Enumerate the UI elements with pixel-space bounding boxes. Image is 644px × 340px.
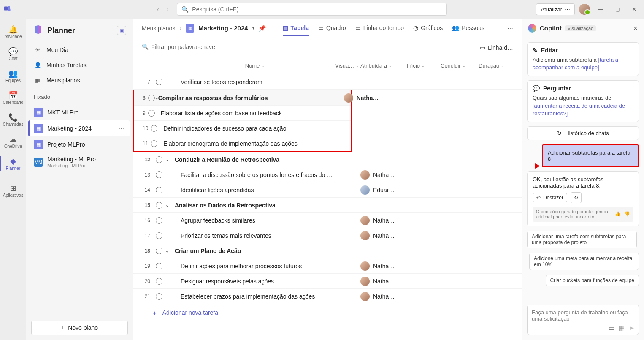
expand-toggle[interactable]: ⌄: [155, 95, 158, 100]
plan-name[interactable]: Marketing - 2024: [198, 24, 248, 32]
rail-item-apps[interactable]: ⊞Aplicativos: [0, 180, 26, 202]
search-input[interactable]: 🔍 Pesquisa (Ctrl+E): [177, 3, 447, 16]
view-tab-people[interactable]: 👥Pessoas: [452, 20, 484, 36]
table-row[interactable]: 16 Agrupar feedbacks similares Natha…: [133, 213, 522, 228]
breadcrumb-root[interactable]: Meus planos: [142, 25, 175, 32]
table-row[interactable]: 15 ⌄ Analisar os Dados da Retrospectiva: [133, 198, 522, 213]
send-icon[interactable]: ➤: [629, 324, 634, 332]
view-tab-board[interactable]: ▭Quadro: [318, 20, 346, 36]
task-checkbox[interactable]: [153, 232, 165, 239]
table-row[interactable]: 8 ⌄ Compilar as respostas dos formulário…: [134, 90, 351, 106]
sidebar-item-myday[interactable]: ☀Meu Dia: [30, 42, 130, 57]
table-row[interactable]: 17 Priorizar os temas mais relevantes Na…: [133, 228, 522, 243]
svg-rect-0: [4, 7, 8, 11]
copilot-edit-card[interactable]: ✎Editar Adicionar uma subtarefa a [taref…: [527, 42, 639, 76]
task-checkbox[interactable]: [153, 202, 165, 209]
table-row[interactable]: 21 Estabelecer prazos para implementação…: [133, 289, 522, 304]
user-avatar[interactable]: [579, 4, 590, 15]
table-row[interactable]: 14 Identificar lições aprendidas Eduar…: [133, 182, 522, 198]
apps-icon: ⊞: [10, 185, 16, 192]
sidebar-item-mytasks[interactable]: 👤Minhas Tarefas: [30, 57, 130, 73]
sidebar-plan-marketing-mlpro[interactable]: MMMarketing - MLProMarketing - MLPro: [30, 152, 130, 171]
regenerate-button[interactable]: ↻: [571, 192, 582, 203]
layout-dropdown[interactable]: ▭ Linha d…: [480, 44, 513, 51]
task-checkbox[interactable]: [153, 171, 165, 178]
task-checkbox[interactable]: [148, 110, 155, 117]
table-row[interactable]: 11 Elaborar cronograma de implementação …: [134, 136, 351, 151]
table-row[interactable]: 12 ⌄ Conduzir a Reunião de Retrospectiva: [133, 152, 522, 167]
add-task-row[interactable]: + Adicionar nova tarefa: [133, 304, 522, 321]
sidebar-plan-mkt-mlpro[interactable]: ▦MKT MLPro: [30, 104, 130, 120]
table-row[interactable]: 9 Elaborar lista de ações com base no fe…: [134, 106, 351, 121]
rail-item-activity[interactable]: 🔔Atividade: [0, 21, 26, 43]
table-row[interactable]: 19 Definir ações para melhorar processos…: [133, 258, 522, 274]
rail-item-calendar[interactable]: 📅Calendário: [0, 87, 26, 109]
sidebar-collapse-button[interactable]: ▣: [117, 26, 126, 35]
rail-item-calls[interactable]: 📞Chamadas: [0, 109, 26, 131]
table-row[interactable]: 18 ⌄ Criar um Plano de Ação: [133, 243, 522, 258]
plan-dropdown[interactable]: ▾: [252, 26, 254, 30]
task-checkbox[interactable]: [153, 79, 165, 85]
view-tab-table[interactable]: ▦Tabela: [283, 20, 309, 36]
sidebar-item-myplans[interactable]: ▦Meus planos: [30, 73, 130, 88]
col-duration[interactable]: Duração⌄: [479, 63, 512, 69]
thumbs-up-icon[interactable]: 👍: [615, 211, 621, 217]
update-button[interactable]: Atualizar ⋯: [536, 3, 575, 15]
undo-button[interactable]: ↶Desfazer: [533, 193, 567, 202]
col-start[interactable]: Início⌄: [407, 63, 441, 69]
pin-icon[interactable]: 📌: [259, 25, 266, 32]
view-tab-timeline[interactable]: ▭Linha do tempo: [355, 20, 404, 36]
col-name[interactable]: Nome⌄: [175, 63, 335, 69]
task-checkbox[interactable]: [151, 140, 157, 147]
copilot-input[interactable]: Faça uma pergunta de trabalho ou faça um…: [527, 305, 639, 335]
suggestion-chip[interactable]: Adicionar uma tarefa com subtarefas para…: [527, 231, 637, 248]
sidebar-plan-projeto-mlpro[interactable]: ▦Projeto MLPro: [30, 136, 130, 152]
avatar: [360, 292, 370, 301]
task-checkbox[interactable]: [153, 248, 165, 254]
new-plan-button[interactable]: + Novo plano: [31, 321, 128, 335]
close-button[interactable]: ✕: [628, 3, 641, 16]
suggestion-chip[interactable]: Adicione uma meta para aumentar a receit…: [529, 253, 639, 270]
nav-back[interactable]: ‹: [157, 6, 159, 13]
task-checkbox[interactable]: [153, 156, 165, 163]
table-row[interactable]: 10 Definir indicadores de sucesso para c…: [134, 121, 351, 136]
rail-item-onedrive[interactable]: ☁OneDrive: [0, 131, 26, 153]
table-row[interactable]: 7 Verificar se todos responderam: [133, 74, 522, 90]
sidebar-plan-marketing-2024[interactable]: ▦Marketing - 2024⋯: [28, 120, 130, 136]
copilot-ask-card[interactable]: 💬Perguntar Quais são algumas maneiras de…: [527, 80, 639, 122]
task-checkbox[interactable]: [153, 187, 165, 193]
suggestion-chip[interactable]: Criar buckets para funções de equipe: [546, 275, 639, 286]
col-visual[interactable]: Visua…⌄: [335, 63, 360, 69]
nav-forward[interactable]: ›: [167, 6, 169, 13]
header-more[interactable]: ⋯: [507, 25, 513, 32]
task-checkbox[interactable]: [153, 263, 165, 269]
chat-history-button[interactable]: ↻ Histórico de chats: [527, 126, 639, 140]
task-checkbox[interactable]: [153, 278, 165, 285]
task-checkbox[interactable]: [151, 125, 157, 132]
row-number: 20: [142, 278, 153, 284]
copilot-close-button[interactable]: ✕: [633, 25, 638, 32]
task-checkbox[interactable]: [153, 293, 165, 300]
minimize-button[interactable]: —: [594, 3, 607, 16]
expand-toggle[interactable]: ⌄: [165, 157, 175, 162]
task-checkbox[interactable]: [148, 95, 155, 101]
col-assigned[interactable]: Atribuída a⌄: [360, 63, 407, 69]
task-checkbox[interactable]: [153, 217, 165, 224]
filter-input[interactable]: 🔍 Filtrar por palavra-chave: [142, 42, 243, 53]
expand-toggle[interactable]: ⌄: [165, 203, 175, 207]
response-text: OK, aqui estão as subtarefas adicionadas…: [533, 176, 633, 189]
rail-item-teams[interactable]: 👥Equipes: [0, 65, 26, 87]
thumbs-down-icon[interactable]: 👎: [624, 211, 630, 217]
expand-toggle[interactable]: ⌄: [165, 248, 175, 253]
rail-item-planner[interactable]: ◆Planner: [0, 153, 26, 175]
col-end[interactable]: Concluir⌄: [441, 63, 479, 69]
plan-more[interactable]: ⋯: [118, 125, 125, 133]
view-tab-charts[interactable]: ◔Gráficos: [413, 20, 443, 36]
table-row[interactable]: 13 Facilitar a discussão sobre os pontos…: [133, 167, 522, 182]
notebook-icon[interactable]: ▭: [609, 324, 614, 332]
maximize-button[interactable]: ▢: [611, 3, 624, 16]
plan-icon: ▦: [34, 140, 43, 149]
table-row[interactable]: 20 Designar responsáveis pelas ações Nat…: [133, 274, 522, 289]
grid-icon[interactable]: ▦: [619, 324, 625, 332]
rail-item-chat[interactable]: 💬Chat: [0, 43, 26, 65]
